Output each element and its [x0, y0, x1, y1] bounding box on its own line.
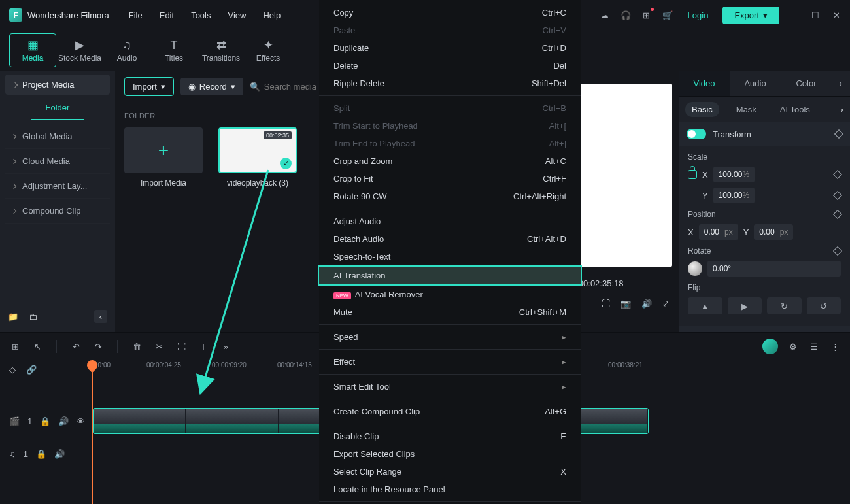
ctx-speech-to-text[interactable]: Speech-to-Text: [319, 248, 581, 265]
menu-file[interactable]: File: [129, 10, 143, 20]
proptab-video[interactable]: Video: [679, 71, 730, 96]
crop-icon[interactable]: ⛶: [175, 342, 187, 352]
undo-icon[interactable]: ↶: [70, 342, 82, 352]
tab-stock[interactable]: ▶Stock Media: [56, 33, 103, 67]
cut-icon[interactable]: ✂: [153, 342, 165, 352]
more-tabs-icon[interactable]: ›: [832, 78, 850, 88]
new-bin-icon[interactable]: 🗀: [29, 312, 37, 322]
ctx-create-compound-clip[interactable]: Create Compound ClipAlt+G: [319, 403, 581, 420]
ctx-speed[interactable]: Speed: [319, 328, 581, 346]
maximize-icon[interactable]: ☐: [809, 9, 821, 21]
login-button[interactable]: Login: [683, 8, 714, 23]
fullscreen-icon[interactable]: ⤢: [662, 299, 670, 309]
import-button[interactable]: Import▾: [124, 77, 174, 96]
flip-h-button[interactable]: ▲: [688, 297, 722, 314]
delete-icon[interactable]: 🗑: [131, 342, 143, 352]
ctx-adjust-audio[interactable]: Adjust Audio: [319, 212, 581, 230]
eye-icon[interactable]: 👁: [76, 416, 85, 426]
ctx-effect[interactable]: Effect: [319, 353, 581, 371]
transform-toggle[interactable]: [687, 129, 706, 139]
ctx-export-selected-clips[interactable]: Export Selected Clips: [319, 445, 581, 463]
tab-effects[interactable]: ✦Effects: [245, 33, 292, 67]
ctx-ripple-delete[interactable]: Ripple DeleteShift+Del: [319, 75, 581, 92]
keyframe-icon[interactable]: [833, 246, 842, 256]
flip-v-button[interactable]: ▶: [728, 297, 762, 314]
ctx-duplicate[interactable]: DuplicateCtrl+D: [319, 39, 581, 57]
subtab-ai-tools[interactable]: AI Tools: [774, 102, 817, 117]
ctx-ai-translation[interactable]: AI Translation: [318, 265, 582, 286]
export-button[interactable]: Export▾: [722, 7, 779, 24]
keyframe-icon[interactable]: [833, 191, 842, 200]
tree-global-media[interactable]: Global Media: [5, 124, 110, 149]
volume-icon[interactable]: 🔊: [641, 299, 652, 309]
ctx-crop-and-zoom[interactable]: Crop and ZoomAlt+C: [319, 152, 581, 170]
marker-icon[interactable]: ◇: [9, 365, 16, 375]
ai-avatar-icon[interactable]: [762, 339, 778, 354]
import-media-tile[interactable]: + Import Media: [124, 127, 203, 188]
proptab-audio[interactable]: Audio: [730, 71, 781, 96]
lock-track-icon[interactable]: 🔒: [36, 449, 46, 459]
headset-icon[interactable]: 🎧: [620, 9, 632, 21]
mute-track-icon[interactable]: 🔊: [54, 449, 65, 459]
subtab-mask[interactable]: Mask: [730, 102, 763, 117]
tab-transitions[interactable]: ⇄Transitions: [197, 33, 245, 67]
collapse-icon[interactable]: ‹: [94, 310, 107, 323]
tree-adjustment-layer[interactable]: Adjustment Lay...: [5, 174, 110, 199]
ctx-mute[interactable]: MuteCtrl+Shift+M: [319, 303, 581, 321]
ctx-disable-clip[interactable]: Disable ClipE: [319, 428, 581, 445]
minimize-icon[interactable]: —: [789, 9, 800, 21]
tree-cloud-media[interactable]: Cloud Media: [5, 149, 110, 174]
tree-compound-clip[interactable]: Compound Clip: [5, 199, 110, 224]
ctx-ai-vocal-remover[interactable]: NEWAI Vocal Remover: [319, 286, 581, 303]
tab-titles[interactable]: TTitles: [150, 33, 197, 67]
redo-icon[interactable]: ↷: [92, 342, 104, 352]
proptab-color[interactable]: Color: [781, 71, 832, 96]
rotate-cw-button[interactable]: ↻: [767, 297, 802, 314]
snapshot-icon[interactable]: 📷: [620, 299, 631, 309]
apps-icon[interactable]: ⊞: [641, 9, 653, 21]
magnet-icon[interactable]: ⊞: [9, 342, 21, 352]
media-clip-tile[interactable]: 00:02:35 ✓ videoplayback (3): [218, 127, 297, 188]
project-media-header[interactable]: Project Media: [5, 75, 110, 95]
menu-edit[interactable]: Edit: [160, 10, 174, 20]
cart-icon[interactable]: 🛒: [662, 9, 673, 21]
menu-help[interactable]: Help: [263, 10, 280, 20]
display-icon[interactable]: ⛶: [602, 299, 610, 309]
mute-track-icon[interactable]: 🔊: [58, 416, 69, 426]
tab-media[interactable]: ▦Media: [9, 33, 56, 67]
section-compositing[interactable]: Compositing: [679, 326, 850, 332]
close-icon[interactable]: ✕: [830, 9, 842, 21]
rotate-knob[interactable]: [688, 261, 702, 276]
ctx-select-clip-range[interactable]: Select Clip RangeX: [319, 463, 581, 480]
tab-audio[interactable]: ♫Audio: [103, 33, 150, 67]
new-folder-icon[interactable]: 📁: [8, 312, 18, 322]
more-subtabs-icon[interactable]: ›: [841, 105, 843, 114]
ctx-locate-in-the-resource-panel[interactable]: Locate in the Resource Panel: [319, 480, 581, 498]
pos-x-input[interactable]: 0.00px: [699, 224, 738, 240]
rotate-ccw-button[interactable]: ↺: [807, 297, 842, 314]
scale-y-input[interactable]: 100.00%: [713, 188, 755, 203]
link-icon[interactable]: 🔗: [26, 365, 37, 375]
menu-view[interactable]: View: [228, 10, 246, 20]
ctx-rotate-90-cw[interactable]: Rotate 90 CWCtrl+Alt+Right: [319, 188, 581, 205]
options-icon[interactable]: ⋮: [829, 342, 841, 352]
playhead[interactable]: [92, 360, 93, 504]
rotate-input[interactable]: 0.00°: [707, 261, 841, 277]
lock-track-icon[interactable]: 🔒: [40, 416, 50, 426]
keyframe-icon[interactable]: [833, 210, 842, 219]
text-icon[interactable]: T: [197, 342, 209, 352]
more-icon[interactable]: »: [220, 342, 231, 352]
folder-tab[interactable]: Folder: [31, 95, 84, 120]
scale-x-input[interactable]: 100.00%: [713, 167, 755, 182]
keyframe-icon[interactable]: [834, 129, 843, 139]
ctx-detach-audio[interactable]: Detach AudioCtrl+Alt+D: [319, 230, 581, 248]
lock-icon[interactable]: [688, 170, 697, 179]
pointer-icon[interactable]: ↖: [31, 342, 43, 352]
pos-y-input[interactable]: 0.00px: [754, 224, 793, 240]
subtab-basic[interactable]: Basic: [685, 102, 719, 117]
ctx-delete[interactable]: DeleteDel: [319, 57, 581, 75]
cloud-icon[interactable]: ☁: [599, 9, 611, 21]
ctx-crop-to-fit[interactable]: Crop to FitCtrl+F: [319, 170, 581, 188]
section-transform[interactable]: Transform: [679, 122, 850, 146]
mixer-icon[interactable]: ☰: [808, 342, 820, 352]
